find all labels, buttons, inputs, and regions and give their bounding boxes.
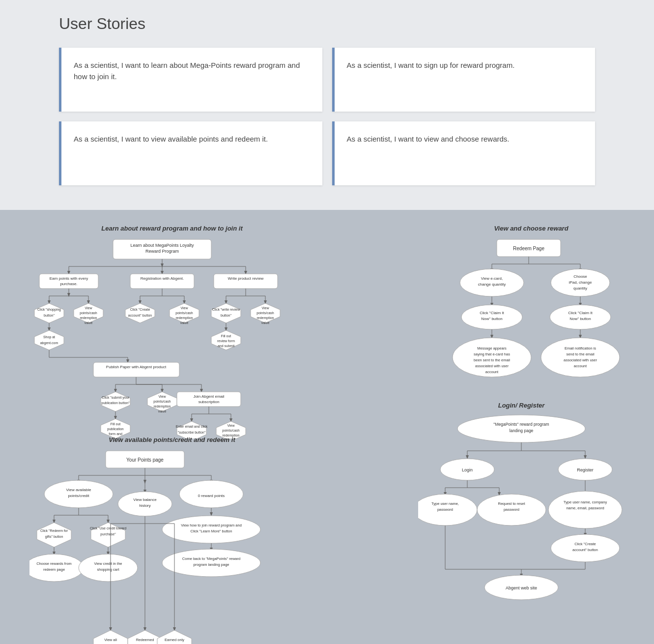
svg-marker-52	[211, 303, 241, 323]
svg-text:0 reward points: 0 reward points	[198, 494, 225, 498]
svg-text:purchase.: purchase.	[60, 282, 77, 286]
svg-text:Register: Register	[577, 468, 594, 472]
svg-text:publication button": publication button"	[101, 401, 130, 405]
story-card-4: As a scientist, I want to view and choos…	[332, 121, 596, 185]
card-content-1: As a scientist, I want to learn about Me…	[61, 48, 322, 112]
svg-text:Learn about MegaPoints Loyalty: Learn about MegaPoints Loyalty	[130, 243, 194, 248]
svg-text:Now" button: Now" button	[481, 317, 502, 321]
svg-text:View: View	[85, 306, 92, 310]
svg-text:Click "Use credit toward: Click "Use credit toward	[90, 527, 126, 530]
svg-text:Choose: Choose	[573, 274, 587, 279]
svg-text:saying that e-card has: saying that e-card has	[474, 352, 510, 356]
learn-svg: Learn about MegaPoints Loyalty Reward Pr…	[29, 232, 314, 439]
svg-text:iPad, change: iPad, change	[569, 280, 592, 285]
svg-text:redemption: redemption	[256, 316, 274, 320]
svg-text:Registration with Abgent.: Registration with Abgent.	[141, 276, 184, 281]
svg-text:points/cash: points/cash	[222, 429, 240, 433]
svg-marker-25	[34, 330, 64, 350]
learn-title: Learn about reward program and how to jo…	[29, 225, 314, 232]
svg-text:associated with user: associated with user	[564, 358, 597, 362]
svg-text:redemption: redemption	[153, 405, 171, 409]
svg-text:account" button: account" button	[572, 548, 598, 552]
login-svg: "MegaPoints" reward program landing page…	[418, 411, 625, 608]
flowchart-points: View available points/credit and redeem …	[29, 436, 314, 644]
svg-text:"subscribe button": "subscribe button"	[178, 431, 206, 434]
svg-text:button": button"	[44, 314, 55, 317]
svg-text:subscription: subscription	[199, 400, 220, 404]
svg-text:change quantity: change quantity	[478, 282, 506, 287]
svg-text:shopping cart: shopping cart	[97, 567, 119, 572]
svg-text:abgent.com: abgent.com	[40, 341, 58, 345]
svg-text:View how to join reward progra: View how to join reward program and	[181, 523, 242, 527]
svg-text:Message appears: Message appears	[477, 346, 507, 351]
flowchart-wrapper: Learn about reward program and how to jo…	[29, 225, 625, 644]
svg-text:Join Abgent email: Join Abgent email	[193, 394, 224, 399]
bottom-section: Learn about reward program and how to jo…	[0, 210, 654, 644]
view-choose-title: View and choose reward	[438, 225, 625, 232]
svg-text:name, email, password: name, email, password	[566, 506, 604, 510]
svg-text:send to the email: send to the email	[566, 352, 594, 356]
svg-text:View: View	[261, 306, 269, 310]
svg-text:Login: Login	[462, 468, 473, 472]
svg-text:Fill out: Fill out	[221, 334, 231, 338]
svg-text:redeem page: redeem page	[43, 567, 65, 572]
svg-text:points/cash: points/cash	[256, 311, 274, 315]
svg-text:Email notification is: Email notification is	[565, 346, 596, 351]
login-title: Login/ Register	[418, 402, 625, 409]
svg-text:quantity: quantity	[573, 286, 587, 291]
svg-text:Click "Learn More" button: Click "Learn More" button	[191, 529, 232, 533]
svg-text:Click "shopping: Click "shopping	[37, 308, 61, 312]
flowchart-login: Login/ Register "MegaPoints" reward prog…	[418, 402, 625, 610]
svg-text:View e-card,: View e-card,	[481, 276, 503, 281]
svg-text:Redeemed: Redeemed	[136, 638, 154, 642]
svg-text:Type user name, company: Type user name, company	[564, 500, 607, 504]
svg-text:been sent to the email: been sent to the email	[474, 358, 510, 362]
svg-text:points/cash: points/cash	[153, 400, 171, 404]
svg-text:Click "submit your: Click "submit your	[102, 396, 129, 400]
svg-text:Choose rewards from: Choose rewards from	[36, 561, 72, 566]
svg-text:View all: View all	[104, 638, 117, 642]
svg-text:Click "Redeem for: Click "Redeem for	[40, 529, 68, 532]
svg-text:value: value	[158, 410, 167, 413]
svg-text:Publish Paper with Abgent prod: Publish Paper with Abgent product	[106, 365, 167, 369]
view-choose-svg: Redeem Page View e-card, change quantity…	[438, 234, 625, 407]
svg-text:View credit in the: View credit in the	[94, 561, 122, 566]
svg-text:password: password	[504, 507, 519, 512]
svg-text:Reward Program: Reward Program	[145, 249, 179, 254]
top-section: User Stories As a scientist, I want to l…	[0, 0, 654, 210]
svg-text:account: account	[574, 364, 587, 368]
story-card-3: As a scientist, I want to view available…	[59, 121, 322, 185]
svg-text:account: account	[485, 370, 499, 374]
svg-marker-16	[34, 303, 64, 323]
svg-text:points/cash: points/cash	[175, 311, 193, 315]
svg-text:gifts" button: gifts" button	[45, 535, 63, 539]
svg-text:Enter email and click: Enter email and click	[176, 425, 208, 428]
svg-text:Abgent web site: Abgent web site	[506, 585, 537, 590]
svg-text:landing page: landing page	[510, 428, 534, 433]
svg-text:history: history	[139, 503, 151, 508]
svg-text:Now" button: Now" button	[569, 317, 591, 321]
svg-text:View: View	[158, 395, 166, 398]
svg-text:View: View	[180, 306, 188, 310]
flowchart-learn: Learn about reward program and how to jo…	[29, 225, 314, 440]
svg-text:View: View	[227, 424, 235, 427]
svg-text:and submit: and submit	[218, 344, 234, 348]
story-card-1: As a scientist, I want to learn about Me…	[59, 48, 322, 112]
svg-text:Click "write review: Click "write review	[212, 308, 240, 311]
svg-text:value: value	[85, 321, 93, 324]
story-card-2: As a scientist, I want to sign up for re…	[332, 48, 596, 112]
svg-text:Write product review: Write product review	[228, 276, 264, 281]
svg-point-137	[541, 338, 620, 377]
page-title: User Stories	[59, 15, 595, 33]
svg-text:Fill out: Fill out	[111, 422, 121, 426]
svg-text:form and: form and	[109, 432, 122, 436]
svg-text:button": button"	[221, 314, 231, 317]
svg-text:Click "Claim It: Click "Claim It	[480, 311, 504, 315]
svg-text:"MegaPoints" reward program: "MegaPoints" reward program	[493, 422, 549, 427]
card-content-4: As a scientist, I want to view and choos…	[335, 121, 522, 185]
svg-text:Shop at: Shop at	[43, 335, 55, 339]
card-content-3: As a scientist, I want to view available…	[61, 121, 280, 185]
svg-text:program landing page: program landing page	[194, 562, 229, 567]
cards-grid: As a scientist, I want to learn about Me…	[59, 48, 595, 185]
svg-text:Earn points with every: Earn points with every	[50, 276, 88, 281]
